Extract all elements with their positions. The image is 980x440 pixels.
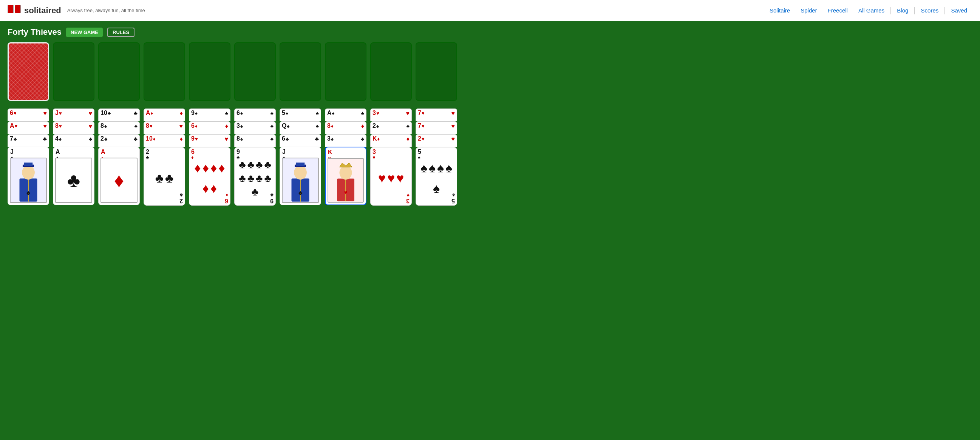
- game-title: Forty Thieves: [8, 27, 62, 37]
- card-7♣[interactable]: 7♣♣: [8, 134, 49, 147]
- tableau-col-9: 7♥♥7♥♥2♥♥5♠5♠♠♠♠♠♠: [415, 108, 457, 206]
- svg-rect-5: [24, 163, 33, 166]
- tagline: Always free, always fun, all the time: [67, 8, 145, 13]
- card-8♦[interactable]: 8♦♦: [325, 121, 366, 134]
- card-back-pattern: [9, 43, 48, 100]
- tableau-col-4: 9♠♠6♦♦9♥♥6♦6♦♦♦♦♦♦♦: [189, 108, 231, 206]
- card-4♠[interactable]: 4♠♠: [53, 134, 94, 147]
- card-A♣[interactable]: A♣A♣♣: [53, 147, 94, 205]
- logo[interactable]: solitaired: [8, 5, 61, 16]
- card-2♣[interactable]: 2♣♣: [98, 134, 140, 147]
- card-3♠[interactable]: 3♠♠: [325, 134, 366, 147]
- stock-pile[interactable]: [8, 42, 49, 101]
- waste-slot: [53, 42, 94, 101]
- header: solitaired Always free, always fun, all …: [0, 0, 980, 21]
- tableau-col-0: 6♥♥A♥♥7♣♣J♣J♣♣: [8, 108, 49, 206]
- card-9♥[interactable]: 9♥♥: [189, 134, 231, 147]
- rules-button[interactable]: RULES: [107, 27, 135, 37]
- card-9♠[interactable]: 9♠♠: [189, 108, 231, 121]
- card-9♣[interactable]: 9♣9♣♣♣♣♣♣♣♣♣♣: [234, 147, 276, 206]
- card-A♥[interactable]: A♥♥: [8, 121, 49, 134]
- card-J♣[interactable]: J♣J♣♣: [280, 147, 321, 205]
- tableau-col-8: 3♥♥2♠♠K♦♦3♥3♥♥♥♥: [370, 108, 412, 206]
- foundation-slot-7[interactable]: [370, 42, 412, 101]
- foundation-slot-6[interactable]: [325, 42, 366, 101]
- foundation-slot-4[interactable]: [234, 42, 276, 101]
- svg-point-3: [22, 166, 35, 180]
- card-2♠[interactable]: 2♠♠: [370, 121, 412, 134]
- foundation-slot-2[interactable]: [143, 42, 185, 101]
- tableau-col-2: 10♣♣8♠♠2♣♣A♦A♦♦: [98, 108, 140, 206]
- card-J♣[interactable]: J♣J♣♣: [8, 147, 49, 205]
- nav-all-games[interactable]: All Games: [853, 7, 890, 14]
- svg-text:♣: ♣: [299, 190, 302, 196]
- logo-icon: [8, 5, 21, 16]
- tableau: 6♥♥A♥♥7♣♣J♣J♣♣J♥♥8♥♥4♠♠A♣A♣♣10♣♣8♠♠2♣♣A♦…: [8, 108, 972, 206]
- card-2♣[interactable]: 2♣2♣♣♣: [143, 147, 185, 206]
- svg-point-17: [339, 166, 352, 180]
- card-8♥[interactable]: 8♥♥: [143, 121, 185, 134]
- nav-blog[interactable]: Blog: [892, 7, 913, 14]
- card-3♥[interactable]: 3♥3♥♥♥♥: [370, 147, 412, 206]
- card-K♥[interactable]: K♥K♥♥: [325, 147, 366, 205]
- game-area: Forty Thieves NEW GAME RULES 6♥♥A♥♥7♣♣J♣…: [0, 21, 980, 440]
- svg-text:♣: ♣: [27, 190, 30, 196]
- new-game-button[interactable]: NEW GAME: [66, 27, 103, 37]
- foundation-slot-3[interactable]: [189, 42, 231, 101]
- card-10♣[interactable]: 10♣♣: [98, 108, 140, 121]
- foundation-slot-1[interactable]: [98, 42, 140, 101]
- card-3♠[interactable]: 3♠♠: [234, 121, 276, 134]
- card-6♥[interactable]: 6♥♥: [8, 108, 49, 121]
- card-6♠[interactable]: 6♠♠: [234, 108, 276, 121]
- card-A♦[interactable]: A♦♦: [143, 108, 185, 121]
- nav: Solitaire Spider Freecell All Games | Bl…: [764, 6, 972, 15]
- card-8♠[interactable]: 8♠♠: [234, 134, 276, 147]
- card-Q♠[interactable]: Q♠♠: [280, 121, 321, 134]
- card-6♣[interactable]: 6♣♣: [280, 134, 321, 147]
- card-A♦[interactable]: A♦A♦♦: [98, 147, 140, 205]
- tableau-col-5: 6♠♠3♠♠8♠♠9♣9♣♣♣♣♣♣♣♣♣♣: [234, 108, 276, 206]
- card-6♦[interactable]: 6♦♦: [189, 121, 231, 134]
- card-2♥[interactable]: 2♥♥: [415, 134, 457, 147]
- card-J♥[interactable]: J♥♥: [53, 108, 94, 121]
- nav-solitaire[interactable]: Solitaire: [764, 7, 795, 14]
- logo-text[interactable]: solitaired: [24, 6, 61, 16]
- svg-point-10: [294, 166, 307, 180]
- card-A♠[interactable]: A♠♠: [325, 108, 366, 121]
- nav-freecell[interactable]: Freecell: [822, 7, 853, 14]
- tableau-col-3: A♦♦8♥♥10♦♦2♣2♣♣♣: [143, 108, 185, 206]
- tableau-col-6: 5♠♠Q♠♠6♣♣J♣J♣♣: [280, 108, 321, 206]
- top-area: [8, 42, 972, 101]
- card-7♥[interactable]: 7♥♥: [415, 121, 457, 134]
- card-5♠[interactable]: 5♠♠: [280, 108, 321, 121]
- svg-rect-12: [296, 163, 305, 166]
- foundation-slot-8[interactable]: [415, 42, 457, 101]
- nav-scores[interactable]: Scores: [916, 7, 944, 14]
- card-6♦[interactable]: 6♦6♦♦♦♦♦♦♦: [189, 147, 231, 206]
- svg-text:♥: ♥: [344, 190, 348, 195]
- tableau-col-7: A♠♠8♦♦3♠♠K♥K♥♥: [325, 108, 366, 206]
- game-title-bar: Forty Thieves NEW GAME RULES: [8, 27, 972, 37]
- nav-spider[interactable]: Spider: [795, 7, 822, 14]
- foundation-slot-5[interactable]: [280, 42, 321, 101]
- card-7♥[interactable]: 7♥♥: [415, 108, 457, 121]
- tableau-col-1: J♥♥8♥♥4♠♠A♣A♣♣: [53, 108, 94, 206]
- card-8♥[interactable]: 8♥♥: [53, 121, 94, 134]
- card-10♦[interactable]: 10♦♦: [143, 134, 185, 147]
- card-8♠[interactable]: 8♠♠: [98, 121, 140, 134]
- nav-saved[interactable]: Saved: [946, 7, 972, 14]
- card-5♠[interactable]: 5♠5♠♠♠♠♠♠: [415, 147, 457, 206]
- card-3♥[interactable]: 3♥♥: [370, 108, 412, 121]
- card-K♦[interactable]: K♦♦: [370, 134, 412, 147]
